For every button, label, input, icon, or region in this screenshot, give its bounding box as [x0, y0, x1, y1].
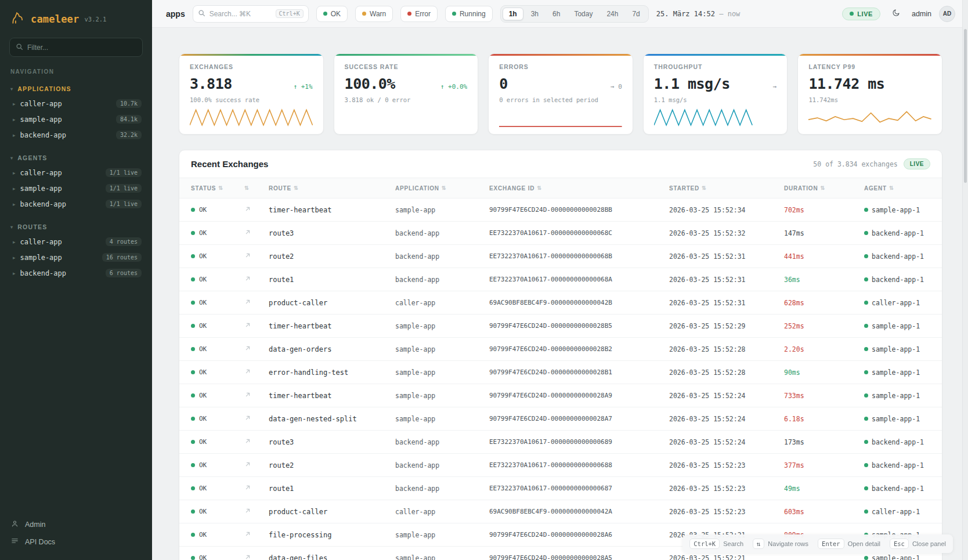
- sidebar-item-label: backend-app: [20, 131, 66, 139]
- column-header-agent[interactable]: AGENT ⇅: [864, 185, 930, 192]
- open-detail-cell[interactable]: [244, 554, 269, 560]
- table-row[interactable]: OK product-caller caller-app: [179, 291, 942, 315]
- open-detail-cell[interactable]: [244, 275, 269, 284]
- range-6h[interactable]: 6h: [546, 8, 566, 20]
- user-icon: [10, 519, 19, 530]
- table-row[interactable]: OK route1 backend-app: [179, 477, 942, 500]
- filter-chip-error[interactable]: Error: [400, 6, 438, 22]
- table-row[interactable]: OK route2 backend-app: [179, 245, 942, 268]
- open-detail-cell[interactable]: [244, 229, 269, 237]
- sidebar: cameleer v3.2.1 NAVIGATION ▾ APPLICATION…: [0, 0, 152, 560]
- sidebar-item-agent[interactable]: ▸ caller-app 1/1 live: [0, 165, 152, 180]
- filter-chip-warn[interactable]: Warn: [355, 6, 393, 22]
- arrow-up-right-icon: [244, 345, 251, 353]
- range-7d[interactable]: 7d: [626, 8, 646, 20]
- column-header-application[interactable]: APPLICATION ⇅: [395, 185, 489, 192]
- section-head-agents[interactable]: ▾ AGENTS: [0, 151, 152, 165]
- table-row[interactable]: OK route1 backend-app: [179, 268, 942, 291]
- dark-mode-toggle[interactable]: [888, 6, 904, 22]
- range-1h[interactable]: 1h: [503, 8, 523, 20]
- exchange-id-cell: 69AC90BF8EBC4F9-000000000000042A: [489, 508, 669, 515]
- application-cell: backend-app: [395, 252, 489, 261]
- column-header-started[interactable]: STARTED ⇅: [669, 185, 784, 192]
- sidebar-footer: Admin API Docs: [0, 511, 152, 560]
- open-detail-cell[interactable]: [244, 298, 269, 307]
- search-shortcut-badge: Ctrl+K: [276, 9, 304, 18]
- scrollbar-thumb[interactable]: [964, 29, 967, 183]
- status-dot: [191, 486, 195, 490]
- sidebar-item-application[interactable]: ▸ caller-app 10.7k: [0, 96, 152, 111]
- chevron-right-icon: ▸: [13, 239, 16, 245]
- route-cell: route1: [269, 276, 395, 284]
- sidebar-item-route[interactable]: ▸ backend-app 6 routes: [0, 265, 152, 281]
- sidebar-item-route[interactable]: ▸ caller-app 4 routes: [0, 234, 152, 250]
- stat-card-throughput[interactable]: THROUGHPUT 1.1 msg/s → 1.1 msg/s: [643, 53, 788, 135]
- column-header-exchange-id[interactable]: EXCHANGE ID ⇅: [489, 185, 669, 192]
- sidebar-filter-input[interactable]: [27, 44, 136, 52]
- stat-card-exchanges[interactable]: EXCHANGES 3.818 ↑ +1% 100.0% success rat…: [179, 53, 324, 135]
- duration-cell: 36ms: [784, 276, 864, 284]
- logo[interactable]: cameleer v3.2.1: [0, 0, 152, 35]
- status-label: OK: [199, 299, 207, 306]
- sidebar-item-agent[interactable]: ▸ backend-app 1/1 live: [0, 196, 152, 212]
- sidebar-item-admin[interactable]: Admin: [10, 519, 142, 530]
- sidebar-item-agent[interactable]: ▸ sample-app 1/1 live: [0, 180, 152, 196]
- table-row[interactable]: OK product-caller caller-app: [179, 500, 942, 523]
- sidebar-item-route[interactable]: ▸ sample-app 16 routes: [0, 250, 152, 265]
- filter-chip-ok[interactable]: OK: [316, 6, 348, 22]
- table-row[interactable]: OK data-gen-orders sample-app: [179, 338, 942, 361]
- range-24h[interactable]: 24h: [600, 8, 624, 20]
- table-row[interactable]: OK route3 backend-app: [179, 431, 942, 454]
- column-header-route[interactable]: ROUTE ⇅: [269, 185, 395, 192]
- agent-label: sample-app-1: [872, 206, 920, 214]
- agent-label: backend-app-1: [872, 485, 924, 493]
- open-detail-cell[interactable]: [244, 391, 269, 400]
- avatar[interactable]: AD: [939, 6, 955, 22]
- status-dot: [191, 510, 195, 514]
- status-dot: [191, 208, 195, 212]
- filter-chip-running[interactable]: Running: [445, 6, 493, 22]
- open-detail-cell[interactable]: [244, 484, 269, 493]
- chip-label: OK: [331, 10, 341, 18]
- table-row[interactable]: OK route3 backend-app: [179, 222, 942, 245]
- column-header-status[interactable]: STATUS ⇅: [191, 185, 244, 192]
- status-cell: OK: [191, 438, 244, 446]
- section-head-applications[interactable]: ▾ APPLICATIONS: [0, 82, 152, 96]
- stat-value: 100.0%: [345, 75, 395, 92]
- column-header-duration[interactable]: DURATION ⇅: [784, 185, 864, 192]
- stat-card-success-rate[interactable]: SUCCESS RATE 100.0% ↑ +0.0% 3.818 ok / 0…: [334, 53, 479, 135]
- started-cell: 2026-03-25 15:52:31: [669, 299, 784, 307]
- search-input[interactable]: [210, 10, 272, 18]
- range-today[interactable]: Today: [568, 8, 599, 20]
- open-detail-cell[interactable]: [244, 414, 269, 423]
- table-row[interactable]: OK route2 backend-app: [179, 454, 942, 477]
- column-header-expand[interactable]: ⇅: [244, 185, 269, 191]
- table-row[interactable]: OK timer-heartbeat sample-app: [179, 384, 942, 407]
- open-detail-cell[interactable]: [244, 530, 269, 539]
- range-3h[interactable]: 3h: [525, 8, 545, 20]
- sidebar-item-api-docs[interactable]: API Docs: [10, 537, 142, 547]
- table-row[interactable]: OK data-gen-nested-split sample-ap: [179, 407, 942, 431]
- open-detail-cell[interactable]: [244, 461, 269, 469]
- open-detail-cell[interactable]: [244, 345, 269, 353]
- live-indicator[interactable]: LIVE: [842, 8, 880, 20]
- sidebar-item-application[interactable]: ▸ sample-app 84.1k: [0, 111, 152, 127]
- open-detail-cell[interactable]: [244, 368, 269, 377]
- sidebar-item-application[interactable]: ▸ backend-app 32.2k: [0, 127, 152, 143]
- vertical-scrollbar[interactable]: [962, 0, 968, 560]
- open-detail-cell[interactable]: [244, 252, 269, 261]
- table-row[interactable]: OK timer-heartbeat sample-app: [179, 198, 942, 222]
- open-detail-cell[interactable]: [244, 507, 269, 516]
- agent-cell: sample-app-1: [864, 322, 930, 330]
- section-head-routes[interactable]: ▾ ROUTES: [0, 220, 152, 234]
- column-label: STATUS: [191, 185, 216, 192]
- open-detail-cell[interactable]: [244, 438, 269, 446]
- open-detail-cell[interactable]: [244, 205, 269, 214]
- table-row[interactable]: OK error-handling-test sample-app: [179, 361, 942, 384]
- table-row[interactable]: OK timer-heartbeat sample-app: [179, 315, 942, 338]
- stat-card-latency[interactable]: LATENCY P99 11.742 ms 11.742ms: [797, 53, 942, 135]
- status-dot: [191, 463, 195, 467]
- stat-card-errors[interactable]: ERRORS 0 → 0 0 errors in selected period: [488, 53, 633, 135]
- latency-sparkline: [808, 106, 931, 128]
- open-detail-cell[interactable]: [244, 321, 269, 330]
